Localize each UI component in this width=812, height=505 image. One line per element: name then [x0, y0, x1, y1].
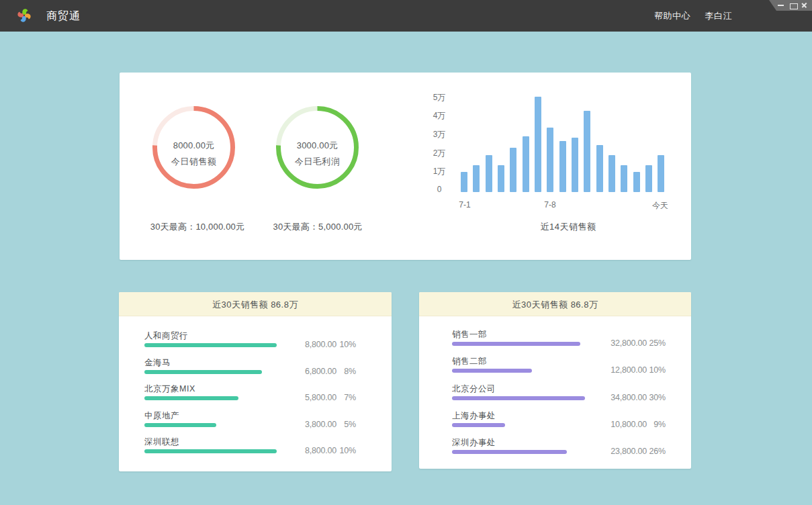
chart-bar	[658, 155, 664, 192]
x-tick-middle: 7-8	[544, 200, 555, 210]
rank-value: 8,800.00	[305, 338, 336, 351]
chart-bar	[535, 97, 541, 192]
rank-bar	[144, 370, 262, 374]
rank-percent: 30%	[649, 391, 666, 404]
chart-bar	[510, 148, 516, 192]
chart-bar	[559, 141, 566, 192]
y-tick: 1万	[426, 167, 453, 175]
profit-30day-max: 30天最高：5,000.00元	[217, 221, 418, 233]
rank-bar	[144, 343, 277, 347]
rank-bar	[144, 449, 277, 453]
rank-card-title: 近30天销售额 86.8万	[119, 292, 392, 316]
rank-value: 23,800.00	[611, 445, 647, 458]
rank-row: 销售二部 12,800.00 10%	[419, 355, 691, 381]
rank-value: 6,800.00	[305, 365, 336, 378]
rank-row: 北京万象MIX 5,800.00 7%	[119, 382, 392, 409]
app-title: 商贸通	[46, 0, 81, 32]
chart-bar	[523, 136, 529, 192]
rank-name: 北京分公司	[452, 382, 496, 396]
y-tick: 3万	[426, 130, 453, 138]
rank-bar	[452, 369, 532, 373]
rank-value: 12,800.00	[611, 363, 647, 377]
close-icon[interactable]	[799, 0, 810, 11]
today-sales-label: 今日销售额	[152, 156, 235, 168]
rank-value: 34,800.00	[611, 391, 647, 404]
rank-percent: 10%	[649, 363, 666, 377]
rank-percent: 10%	[340, 338, 356, 351]
x-tick-first: 7-1	[459, 200, 470, 210]
rank-value: 8,800.00	[305, 444, 336, 457]
rank-percent: 10%	[340, 444, 356, 457]
chart-bar	[633, 172, 640, 192]
rank-value: 32,800.00	[611, 336, 647, 350]
rank-name: 销售一部	[452, 328, 487, 341]
chart-bar	[498, 165, 504, 192]
chart-bar	[486, 155, 492, 192]
rank-percent: 8%	[344, 365, 356, 378]
rank-row: 销售一部 32,800.00 25%	[419, 328, 691, 355]
rank-name: 北京万象MIX	[144, 382, 195, 396]
chart-bar	[473, 165, 480, 192]
today-profit-value: 3000.00元	[276, 140, 359, 152]
rank-bar	[452, 342, 580, 346]
chart-bar	[461, 172, 467, 192]
title-bar: 商贸通 帮助中心 李白江	[0, 0, 812, 32]
rank-name: 深圳联想	[144, 435, 179, 449]
rank-row: 深圳联想 8,800.00 10%	[119, 435, 392, 462]
summary-card: 8000.00元 今日销售额 30天最高：10,000.00元 3000.00元…	[120, 73, 691, 260]
rank-bar	[452, 450, 567, 454]
app-logo-pinwheel-icon	[16, 7, 32, 24]
trend-caption: 近14天销售额	[467, 221, 669, 233]
rank-row: 金海马 6,800.00 8%	[119, 356, 392, 383]
sales-gauge: 8000.00元 今日销售额	[152, 106, 235, 189]
y-tick: 0	[426, 185, 453, 193]
window-controls	[769, 0, 812, 11]
rank-name: 人和商贸行	[144, 329, 188, 342]
rank-percent: 26%	[649, 445, 666, 458]
rank-percent: 25%	[649, 336, 666, 350]
chart-bar	[547, 128, 553, 192]
customer-rank-card: 近30天销售额 86.8万 人和商贸行 8,800.00 10% 金海马 6,8…	[119, 292, 392, 471]
chart-bar	[572, 138, 578, 192]
y-tick: 4万	[426, 111, 453, 120]
rank-value: 5,800.00	[305, 391, 336, 404]
rank-bar	[452, 423, 505, 427]
profit-gauge: 3000.00元 今日毛利润	[276, 106, 359, 189]
rank-name: 金海马	[144, 356, 171, 369]
minimize-icon[interactable]	[776, 0, 786, 11]
rank-bar	[452, 396, 585, 400]
y-tick: 2万	[426, 149, 453, 157]
rank-row: 中原地产 3,800.00 5%	[119, 409, 392, 436]
maximize-icon[interactable]	[788, 0, 799, 11]
rank-percent: 5%	[344, 418, 356, 431]
chart-bar	[584, 111, 590, 192]
x-tick-last: 今天	[652, 200, 668, 212]
trend-bars	[461, 73, 670, 192]
rank-name: 深圳办事处	[452, 436, 496, 449]
rank-row: 北京分公司 34,800.00 30%	[419, 382, 691, 409]
menu-help-center[interactable]: 帮助中心	[654, 0, 690, 32]
chart-bar	[596, 145, 603, 192]
rank-card-title: 近30天销售额 86.8万	[419, 292, 691, 316]
rank-row: 人和商贸行 8,800.00 10%	[119, 329, 392, 356]
menu-current-user[interactable]: 李白江	[705, 0, 733, 32]
rank-name: 中原地产	[144, 409, 179, 422]
department-rank-card: 近30天销售额 86.8万 销售一部 32,800.00 25% 销售二部 12…	[419, 292, 691, 469]
rank-row: 上海办事处 10,800.00 9%	[419, 409, 691, 436]
rank-name: 上海办事处	[452, 409, 496, 422]
rank-bar	[144, 423, 216, 427]
rank-row: 深圳办事处 23,800.00 26%	[419, 436, 691, 463]
chart-bar	[645, 165, 652, 192]
chart-bar	[608, 155, 615, 192]
rank-bar	[144, 396, 238, 400]
rank-name: 销售二部	[452, 355, 487, 368]
rank-value: 3,800.00	[305, 418, 336, 431]
y-tick: 5万	[426, 93, 453, 101]
rank-percent: 9%	[653, 418, 666, 431]
rank-value: 10,800.00	[611, 418, 647, 431]
today-profit-label: 今日毛利润	[276, 156, 359, 168]
rank-percent: 7%	[344, 391, 356, 404]
chart-bar	[621, 165, 627, 192]
today-sales-value: 8000.00元	[152, 140, 235, 152]
